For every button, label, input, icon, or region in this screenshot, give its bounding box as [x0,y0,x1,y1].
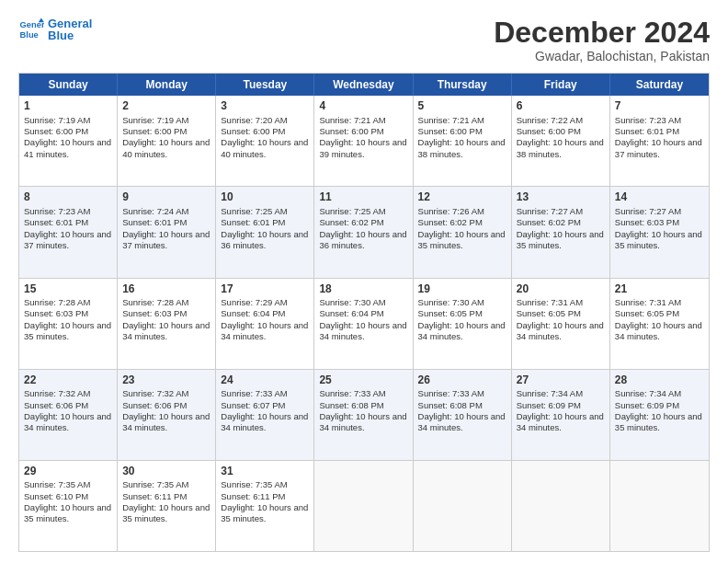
day-24: 24 Sunrise: 7:33 AM Sunset: 6:07 PM Dayl… [216,370,314,460]
day-number: 14 [615,190,704,205]
header-friday: Friday [512,74,610,96]
sunset: Sunset: 6:01 PM [122,217,210,228]
sunset: Sunset: 6:01 PM [615,126,704,137]
day-number: 6 [517,99,605,114]
daylight: Daylight: 10 hours and 35 minutes. [24,320,112,343]
sunrise: Sunrise: 7:32 AM [24,388,112,399]
day-1: 1 Sunrise: 7:19 AM Sunset: 6:00 PM Dayli… [19,96,118,186]
svg-text:Blue: Blue [20,30,39,40]
day-28: 28 Sunrise: 7:34 AM Sunset: 6:09 PM Dayl… [610,370,709,460]
sunrise: Sunrise: 7:25 AM [221,206,309,217]
sunrise: Sunrise: 7:32 AM [122,388,210,399]
sunrise: Sunrise: 7:25 AM [319,206,407,217]
sunrise: Sunrise: 7:29 AM [221,297,309,308]
day-number: 12 [418,190,506,205]
day-13: 13 Sunrise: 7:27 AM Sunset: 6:02 PM Dayl… [512,187,610,277]
sunrise: Sunrise: 7:20 AM [221,115,309,126]
daylight: Daylight: 10 hours and 41 minutes. [24,137,112,160]
day-31: 31 Sunrise: 7:35 AM Sunset: 6:11 PM Dayl… [216,461,314,551]
page: General Blue GeneralBlue December 2024 G… [0,0,728,563]
subtitle: Gwadar, Balochistan, Pakistan [494,49,710,63]
sunrise: Sunrise: 7:31 AM [615,297,704,308]
sunset: Sunset: 6:05 PM [615,308,704,319]
sunset: Sunset: 6:05 PM [418,308,506,319]
sunset: Sunset: 6:00 PM [319,126,407,137]
sunrise: Sunrise: 7:33 AM [319,388,407,399]
daylight: Daylight: 10 hours and 35 minutes. [122,502,210,525]
daylight: Daylight: 10 hours and 34 minutes. [221,411,309,434]
week-row-2: 8 Sunrise: 7:23 AM Sunset: 6:01 PM Dayli… [19,186,709,277]
daylight: Daylight: 10 hours and 34 minutes. [418,320,506,343]
day-30: 30 Sunrise: 7:35 AM Sunset: 6:11 PM Dayl… [118,461,216,551]
sunset: Sunset: 6:04 PM [221,308,309,319]
daylight: Daylight: 10 hours and 40 minutes. [221,137,309,160]
daylight: Daylight: 10 hours and 35 minutes. [517,229,605,252]
daylight: Daylight: 10 hours and 36 minutes. [319,229,407,252]
header-thursday: Thursday [414,74,512,96]
sunset: Sunset: 6:09 PM [615,400,704,411]
day-number: 30 [122,465,210,479]
day-5: 5 Sunrise: 7:21 AM Sunset: 6:00 PM Dayli… [414,96,512,186]
sunrise: Sunrise: 7:27 AM [517,206,605,217]
daylight: Daylight: 10 hours and 34 minutes. [122,411,210,434]
sunset: Sunset: 6:00 PM [122,126,210,137]
day-12: 12 Sunrise: 7:26 AM Sunset: 6:02 PM Dayl… [414,187,512,277]
day-number: 13 [517,190,605,205]
logo-icon: General Blue [18,17,44,42]
sunset: Sunset: 6:00 PM [221,126,309,137]
day-number: 21 [615,282,704,297]
day-number: 23 [122,373,210,388]
sunset: Sunset: 6:03 PM [24,308,112,319]
sunrise: Sunrise: 7:34 AM [615,388,704,399]
day-empty-2 [414,461,512,551]
sunset: Sunset: 6:00 PM [24,126,112,137]
day-number: 4 [319,99,407,114]
sunrise: Sunrise: 7:19 AM [24,115,112,126]
sunrise: Sunrise: 7:27 AM [615,206,704,217]
day-11: 11 Sunrise: 7:25 AM Sunset: 6:02 PM Dayl… [314,187,413,277]
day-19: 19 Sunrise: 7:30 AM Sunset: 6:05 PM Dayl… [414,279,512,369]
sunset: Sunset: 6:03 PM [122,308,210,319]
day-number: 10 [221,190,309,205]
sunset: Sunset: 6:01 PM [24,217,112,228]
day-number: 7 [615,99,704,114]
daylight: Daylight: 10 hours and 34 minutes. [122,320,210,343]
day-21: 21 Sunrise: 7:31 AM Sunset: 6:05 PM Dayl… [610,279,709,369]
sunrise: Sunrise: 7:30 AM [418,297,506,308]
sunset: Sunset: 6:02 PM [319,217,407,228]
sunset: Sunset: 6:11 PM [122,491,210,502]
calendar-header: Sunday Monday Tuesday Wednesday Thursday… [19,74,709,96]
day-empty-1 [314,461,413,551]
sunrise: Sunrise: 7:19 AM [122,115,210,126]
day-25: 25 Sunrise: 7:33 AM Sunset: 6:08 PM Dayl… [314,370,413,460]
day-number: 28 [615,373,704,388]
day-number: 1 [24,99,112,114]
sunrise: Sunrise: 7:23 AM [24,206,112,217]
sunrise: Sunrise: 7:31 AM [517,297,605,308]
calendar: Sunday Monday Tuesday Wednesday Thursday… [18,73,710,552]
daylight: Daylight: 10 hours and 34 minutes. [615,320,704,343]
day-number: 29 [24,465,112,479]
sunset: Sunset: 6:04 PM [319,308,407,319]
day-29: 29 Sunrise: 7:35 AM Sunset: 6:10 PM Dayl… [19,461,118,551]
title-block: December 2024 Gwadar, Balochistan, Pakis… [494,17,710,63]
sunrise: Sunrise: 7:28 AM [122,297,210,308]
day-number: 27 [517,373,605,388]
sunset: Sunset: 6:03 PM [615,217,704,228]
day-number: 19 [418,282,506,297]
daylight: Daylight: 10 hours and 34 minutes. [418,411,506,434]
sunset: Sunset: 6:02 PM [418,217,506,228]
day-7: 7 Sunrise: 7:23 AM Sunset: 6:01 PM Dayli… [610,96,709,186]
day-number: 26 [418,373,506,388]
day-number: 11 [319,190,407,205]
day-number: 5 [418,99,506,114]
day-3: 3 Sunrise: 7:20 AM Sunset: 6:00 PM Dayli… [216,96,314,186]
day-27: 27 Sunrise: 7:34 AM Sunset: 6:09 PM Dayl… [512,370,610,460]
day-number: 3 [221,99,309,114]
day-number: 8 [24,190,112,205]
day-number: 22 [24,373,112,388]
sunset: Sunset: 6:06 PM [24,400,112,411]
sunrise: Sunrise: 7:23 AM [615,115,704,126]
daylight: Daylight: 10 hours and 37 minutes. [615,137,704,160]
sunrise: Sunrise: 7:33 AM [221,388,309,399]
